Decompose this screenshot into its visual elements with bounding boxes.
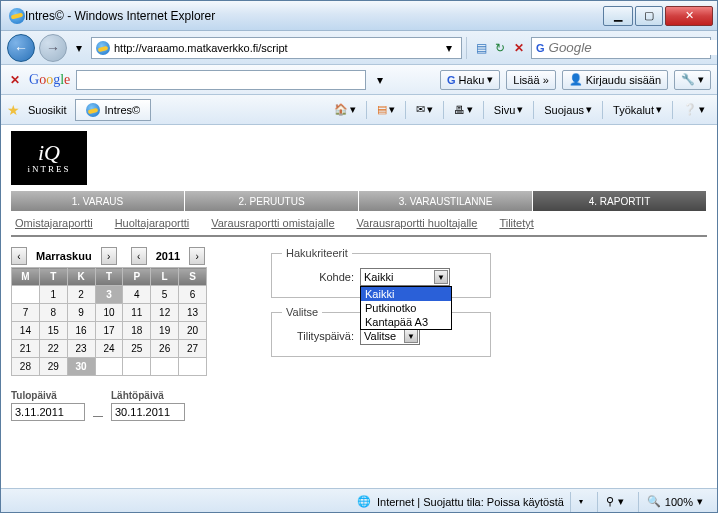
year-prev-button[interactable]: ‹: [131, 247, 147, 265]
lisaa-button[interactable]: Lisää »: [506, 70, 555, 90]
sign-in-button[interactable]: 👤Kirjaudu sisään: [562, 70, 668, 90]
calendar-day[interactable]: 22: [39, 340, 67, 358]
google-search-dropdown[interactable]: ▾: [372, 72, 388, 88]
kohde-select[interactable]: Kaikki ▼ KaikkiPutkinotkoKantapää A3: [360, 268, 450, 286]
home-button[interactable]: 🏠▾: [328, 99, 362, 121]
status-text: Internet | Suojattu tila: Poissa käytöst…: [377, 496, 564, 508]
kohde-option[interactable]: Kantapää A3: [361, 315, 451, 329]
url-input[interactable]: [114, 42, 437, 54]
tools-menu[interactable]: Työkalut ▾: [607, 99, 668, 121]
page-menu[interactable]: Sivu ▾: [488, 99, 529, 121]
stop-icon[interactable]: ✕: [511, 40, 527, 56]
haku-button[interactable]: GHaku ▾: [440, 70, 500, 90]
calendar-day[interactable]: 28: [12, 358, 40, 376]
forward-button[interactable]: →: [39, 34, 67, 62]
sub-tab-3[interactable]: Varausraportti huoltajalle: [357, 217, 478, 229]
sub-tab-4[interactable]: Tilitetyt: [499, 217, 533, 229]
protected-mode-cell[interactable]: ▾: [570, 492, 591, 512]
year-next-button[interactable]: ›: [189, 247, 205, 265]
calendar-day[interactable]: 7: [12, 304, 40, 322]
calendar-day[interactable]: 16: [67, 322, 95, 340]
print-button[interactable]: 🖶▾: [448, 99, 479, 121]
calendar-day[interactable]: 10: [95, 304, 123, 322]
address-bar[interactable]: ▾: [91, 37, 462, 59]
calendar-day[interactable]: 23: [67, 340, 95, 358]
browser-search-input[interactable]: [549, 40, 718, 55]
calendar-day[interactable]: 5: [151, 286, 179, 304]
main-tab-0[interactable]: 1. VARAUS: [11, 191, 185, 211]
minimize-button[interactable]: ▁: [603, 6, 633, 26]
calendar-day[interactable]: 17: [95, 322, 123, 340]
calendar-day[interactable]: 1: [39, 286, 67, 304]
calendar-day[interactable]: 30: [67, 358, 95, 376]
window-title: Intres© - Windows Internet Explorer: [25, 9, 601, 23]
calendar-day[interactable]: 9: [67, 304, 95, 322]
favorites-label[interactable]: Suosikit: [28, 104, 67, 116]
kohde-option[interactable]: Putkinotko: [361, 301, 451, 315]
arrival-input[interactable]: [11, 403, 85, 421]
calendar-day[interactable]: 27: [179, 340, 207, 358]
kohde-value: Kaikki: [364, 271, 393, 283]
calendar-day[interactable]: 18: [123, 322, 151, 340]
maximize-button[interactable]: ▢: [635, 6, 663, 26]
home-icon: 🏠: [334, 103, 348, 116]
calendar-day[interactable]: 4: [123, 286, 151, 304]
month-label: Marraskuu: [31, 247, 97, 265]
calendar-day[interactable]: 12: [151, 304, 179, 322]
back-button[interactable]: ←: [7, 34, 35, 62]
close-button[interactable]: ✕: [665, 6, 713, 26]
nav-dropdown-icon[interactable]: ▾: [71, 40, 87, 56]
sub-tabs: OmistajaraporttiHuoltajaraporttiVarausra…: [11, 211, 707, 237]
arrival-label: Tulopäivä: [11, 390, 85, 401]
tilitys-value: Valitse: [364, 330, 396, 342]
sub-tab-0[interactable]: Omistajaraportti: [15, 217, 93, 229]
favorites-star-icon[interactable]: ★: [7, 102, 20, 118]
compat-view-icon[interactable]: ▤: [473, 40, 489, 56]
status-icon-cell[interactable]: ⚲▾: [597, 492, 632, 512]
rss-icon: ▤: [377, 103, 387, 116]
tab-intres[interactable]: Intres©: [75, 99, 152, 121]
calendar-day[interactable]: 25: [123, 340, 151, 358]
refresh-icon[interactable]: ↻: [492, 40, 508, 56]
google-search-input[interactable]: [76, 70, 366, 90]
calendar-day[interactable]: 13: [179, 304, 207, 322]
calendar-day[interactable]: 6: [179, 286, 207, 304]
calendar-day[interactable]: 26: [151, 340, 179, 358]
sub-tab-1[interactable]: Huoltajaraportti: [115, 217, 190, 229]
browser-search-bar[interactable]: G 🔍: [531, 37, 711, 59]
calendar-day[interactable]: 21: [12, 340, 40, 358]
calendar-day[interactable]: 3: [95, 286, 123, 304]
calendar-day[interactable]: 19: [151, 322, 179, 340]
zoom-icon: 🔍: [647, 495, 661, 508]
wrench-button[interactable]: 🔧▾: [674, 70, 711, 90]
main-tab-1[interactable]: 2. PERUUTUS: [185, 191, 359, 211]
calendar-day[interactable]: 15: [39, 322, 67, 340]
month-next-button[interactable]: ›: [101, 247, 117, 265]
calendar-day[interactable]: 2: [67, 286, 95, 304]
security-menu[interactable]: Suojaus ▾: [538, 99, 598, 121]
main-tab-3[interactable]: 4. RAPORTIT: [533, 191, 707, 211]
dow-header: P: [123, 268, 151, 286]
sub-tab-2[interactable]: Varausraportti omistajalle: [211, 217, 334, 229]
tab-label: Intres©: [105, 104, 141, 116]
shield-icon: ⚲: [606, 495, 614, 508]
mail-button[interactable]: ✉▾: [410, 99, 439, 121]
main-tab-2[interactable]: 3. VARAUSTILANNE: [359, 191, 533, 211]
calendar-day[interactable]: 14: [12, 322, 40, 340]
calendar-day[interactable]: 24: [95, 340, 123, 358]
feeds-button[interactable]: ▤▾: [371, 99, 401, 121]
departure-input[interactable]: [111, 403, 185, 421]
url-dropdown-icon[interactable]: ▾: [441, 40, 457, 56]
kohde-option[interactable]: Kaikki: [361, 287, 451, 301]
month-prev-button[interactable]: ‹: [11, 247, 27, 265]
toolbar-close-icon[interactable]: ✕: [7, 72, 23, 88]
zoom-cell[interactable]: 🔍100% ▾: [638, 492, 711, 512]
calendar-day[interactable]: 20: [179, 322, 207, 340]
google-favicon: G: [536, 42, 545, 54]
calendar-day[interactable]: 29: [39, 358, 67, 376]
calendar-day[interactable]: 11: [123, 304, 151, 322]
dow-header: S: [179, 268, 207, 286]
calendar-day[interactable]: 8: [39, 304, 67, 322]
chevron-down-icon: ▼: [434, 270, 448, 284]
help-button[interactable]: ❔▾: [677, 99, 711, 121]
